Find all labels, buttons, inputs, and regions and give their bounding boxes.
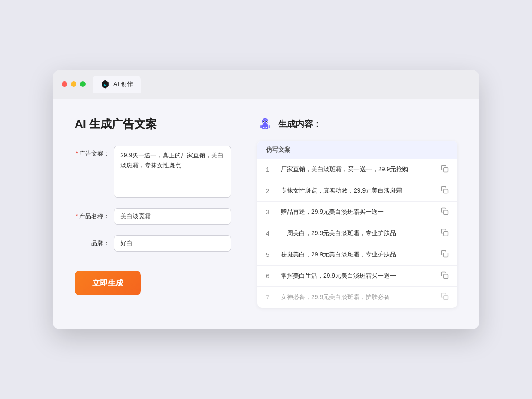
right-panel-title: 生成内容： — [278, 118, 322, 130]
svg-point-7 — [266, 121, 267, 122]
svg-point-9 — [265, 118, 266, 120]
row-text: 专抹女性斑点，真实功效，29.9元美白淡斑霜 — [281, 186, 435, 195]
copy-icon[interactable] — [441, 293, 449, 302]
row-number: 1 — [266, 166, 275, 173]
svg-rect-12 — [444, 167, 448, 172]
required-star-2: * — [76, 213, 78, 219]
brand-input[interactable] — [114, 235, 231, 252]
ad-copy-row: *广告文案： — [75, 146, 231, 198]
svg-rect-18 — [444, 295, 448, 299]
row-number: 2 — [266, 187, 275, 194]
close-button[interactable] — [62, 81, 67, 87]
traffic-lights — [62, 81, 86, 87]
maximize-button[interactable] — [80, 81, 86, 87]
table-row: 3赠品再送，29.9元美白淡斑霜买一送一 — [257, 202, 457, 223]
product-name-row: *产品名称： — [75, 208, 231, 225]
product-name-input[interactable] — [114, 208, 231, 225]
copy-icon[interactable] — [441, 250, 449, 259]
minimize-button[interactable] — [71, 81, 76, 87]
main-content: AI 生成广告文案 *广告文案： *产品名称： 品牌： 立 — [53, 99, 479, 329]
table-row: 7女神必备，29.9元美白淡斑霜，护肤必备 — [257, 287, 457, 308]
required-star: * — [76, 150, 78, 157]
svg-rect-10 — [260, 125, 262, 128]
copy-icon[interactable] — [441, 229, 449, 238]
results-table: 仿写文案 1厂家直销，美白淡斑霜，买一送一，29.9元抢购2专抹女性斑点，真实功… — [257, 141, 457, 308]
ai-tab-icon: AI — [100, 80, 110, 89]
svg-rect-16 — [444, 253, 448, 257]
ad-copy-label: *广告文案： — [75, 146, 110, 158]
left-panel: AI 生成广告文案 *广告文案： *产品名称： 品牌： 立 — [75, 116, 231, 308]
row-text: 掌握美白生活，29.9元美白淡斑霜买一送一 — [281, 271, 435, 280]
table-row: 6掌握美白生活，29.9元美白淡斑霜买一送一 — [257, 266, 457, 287]
row-text: 厂家直销，美白淡斑霜，买一送一，29.9元抢购 — [281, 165, 435, 174]
svg-rect-11 — [269, 125, 270, 128]
copy-icon[interactable] — [441, 207, 449, 217]
copy-icon[interactable] — [441, 271, 449, 281]
svg-rect-17 — [444, 274, 448, 278]
table-row: 5祛斑美白，29.9元美白淡斑霜，专业护肤品 — [257, 244, 457, 266]
row-text: 祛斑美白，29.9元美白淡斑霜，专业护肤品 — [281, 250, 435, 259]
robot-icon — [257, 116, 273, 132]
svg-rect-15 — [444, 231, 448, 236]
table-row: 4一周美白，29.9元美白淡斑霜，专业护肤品 — [257, 223, 457, 244]
svg-rect-13 — [444, 189, 448, 193]
titlebar: AI AI 创作 — [53, 70, 479, 99]
table-row: 1厂家直销，美白淡斑霜，买一送一，29.9元抢购 — [257, 159, 457, 180]
row-text: 女神必备，29.9元美白淡斑霜，护肤必备 — [281, 293, 435, 302]
ai-tab[interactable]: AI AI 创作 — [93, 76, 141, 93]
page-title: AI 生成广告文案 — [75, 116, 231, 132]
svg-text:AI: AI — [103, 83, 106, 86]
row-number: 3 — [266, 209, 275, 216]
tab-label: AI 创作 — [113, 80, 133, 88]
ad-copy-input[interactable] — [114, 146, 231, 198]
table-header: 仿写文案 — [257, 141, 457, 159]
copy-icon[interactable] — [441, 186, 449, 196]
svg-rect-14 — [444, 210, 448, 214]
browser-window: AI AI 创作 AI 生成广告文案 *广告文案： *产品名称： — [53, 70, 479, 329]
results-list: 1厂家直销，美白淡斑霜，买一送一，29.9元抢购2专抹女性斑点，真实功效，29.… — [257, 159, 457, 308]
row-text: 一周美白，29.9元美白淡斑霜，专业护肤品 — [281, 229, 435, 238]
table-row: 2专抹女性斑点，真实功效，29.9元美白淡斑霜 — [257, 180, 457, 202]
brand-row: 品牌： — [75, 235, 231, 252]
row-text: 赠品再送，29.9元美白淡斑霜买一送一 — [281, 207, 435, 216]
right-header: 生成内容： — [257, 116, 457, 132]
svg-point-6 — [263, 121, 264, 122]
brand-label: 品牌： — [75, 235, 110, 247]
product-name-label: *产品名称： — [75, 208, 110, 220]
row-number: 7 — [266, 294, 275, 301]
generate-button[interactable]: 立即生成 — [75, 271, 141, 295]
copy-icon[interactable] — [441, 165, 449, 174]
row-number: 5 — [266, 251, 275, 258]
row-number: 6 — [266, 273, 275, 279]
row-number: 4 — [266, 230, 275, 237]
right-panel: 生成内容： 仿写文案 1厂家直销，美白淡斑霜，买一送一，29.9元抢购2专抹女性… — [257, 116, 457, 308]
